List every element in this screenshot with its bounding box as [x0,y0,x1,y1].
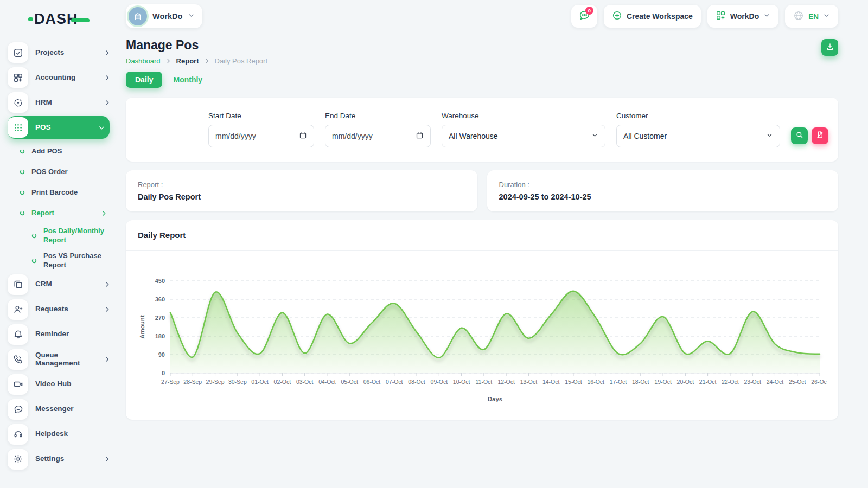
start-date-placeholder: mm/dd/yyyy [215,132,256,140]
svg-text:26-Oct: 26-Oct [811,378,827,385]
svg-text:06-Oct: 06-Oct [363,378,381,385]
breadcrumb: Dashboard Report Daily Pos Report [126,57,267,65]
chevron-down-icon [188,11,195,21]
duration-label: Duration : [499,181,827,189]
sidebar-item-queue-management[interactable]: Queue Management [8,348,115,371]
svg-text:20-Oct: 20-Oct [677,378,694,385]
calendar-icon [416,131,424,141]
workspace-name: WorkDo [152,12,182,21]
chevron-right-icon [100,210,107,217]
svg-text:23-Oct: 23-Oct [744,378,761,385]
tab-monthly[interactable]: Monthly [173,75,202,84]
apply-filter-button[interactable] [791,127,808,144]
start-date-input[interactable]: mm/dd/yyyy [208,125,314,147]
workspace-pill[interactable]: WorkDo [126,4,202,28]
svg-text:11-Oct: 11-Oct [475,378,492,385]
workspace-switcher-label: WorkDo [730,12,759,21]
sidebar-item-crm[interactable]: CRM [8,273,115,296]
topbar: WorkDo 0 Create Workspace WorkDo EN [126,4,838,28]
create-workspace-button[interactable]: Create Workspace [604,5,701,28]
customer-select[interactable]: All Customer [616,125,780,147]
video-camera-icon [8,374,28,395]
reset-filter-button[interactable] [812,127,828,144]
create-workspace-label: Create Workspace [627,12,693,21]
messages-badge: 0 [585,7,593,15]
search-icon [795,131,803,140]
globe-icon [793,10,804,23]
logo-dash-accent [71,18,90,22]
sidebar-item-pos-daily-monthly-report[interactable]: Pos Daily/Monthly Report [20,223,115,248]
svg-text:Amount: Amount [139,315,145,339]
workspace-switcher[interactable]: WorkDo [707,5,778,28]
language-label: EN [808,12,819,21]
svg-text:19-Oct: 19-Oct [654,378,672,385]
chevron-right-icon [104,281,111,288]
headset-icon [8,424,28,445]
page-title: Manage Pos [126,38,267,53]
plus-circle-icon [612,10,622,22]
sidebar-item-messenger[interactable]: Messenger [8,398,115,421]
svg-text:22-Oct: 22-Oct [722,378,739,385]
sidebar-item-add-pos[interactable]: Add POS [20,141,115,162]
svg-text:29-Sep: 29-Sep [206,378,225,385]
download-icon [826,42,834,53]
gear-icon [8,449,28,470]
sidebar-item-pos-order[interactable]: POS Order [20,162,115,182]
svg-text:16-Oct: 16-Oct [587,378,604,385]
svg-text:09-Oct: 09-Oct [431,378,448,385]
customer-selected-value: All Customer [623,132,667,140]
app-logo[interactable]: DASH [8,7,115,31]
chevron-right-icon [104,99,111,106]
export-download-button[interactable] [821,39,838,56]
sidebar-item-pos-vs-purchase-report[interactable]: Pos VS Purchase Report [20,248,115,273]
sidebar-item-hrm[interactable]: HRM [8,91,115,114]
svg-text:30-Sep: 30-Sep [228,378,247,385]
sidebar-item-settings[interactable]: Settings [8,448,115,471]
breadcrumb-dashboard[interactable]: Dashboard [126,57,161,65]
bell-icon [8,324,28,345]
sidebar: DASH Projects Accounting HRM POS Add POS… [0,0,115,488]
daily-report-card: Daily Report 09018027036045027-Sep28-Sep… [126,220,838,420]
svg-text:10-Oct: 10-Oct [453,378,470,385]
duration-summary-card: Duration : 2024-09-25 to 2024-10-25 [487,170,839,211]
sidebar-item-helpdesk[interactable]: Helpdesk [8,423,115,446]
svg-text:07-Oct: 07-Oct [386,378,403,385]
sidebar-item-report[interactable]: Report [20,203,115,223]
breadcrumb-report[interactable]: Report [176,57,199,65]
svg-text:17-Oct: 17-Oct [610,378,627,385]
sidebar-item-requests[interactable]: Requests [8,298,115,321]
svg-text:21-Oct: 21-Oct [699,378,717,385]
warehouse-label: Warehouse [442,112,605,120]
chevron-down-icon [823,12,830,21]
end-date-input[interactable]: mm/dd/yyyy [325,125,431,147]
page-header: Manage Pos Dashboard Report Daily Pos Re… [126,37,838,65]
language-selector[interactable]: EN [785,5,838,28]
sidebar-submenu-pos: Add POS POS Order Print Barcode Report P… [8,141,115,273]
end-date-field: End Date mm/dd/yyyy [325,112,431,147]
check-square-icon [8,42,28,63]
svg-text:90: 90 [158,351,165,358]
svg-text:08-Oct: 08-Oct [408,378,425,385]
sidebar-item-reminder[interactable]: Reminder [8,323,115,346]
end-date-placeholder: mm/dd/yyyy [332,132,373,140]
sidebar-item-print-barcode[interactable]: Print Barcode [20,182,115,203]
chat-smile-icon [8,399,28,420]
tab-daily[interactable]: Daily [126,72,162,88]
breadcrumb-current: Daily Pos Report [215,57,268,65]
apps-grid-icon [716,10,726,22]
start-date-label: Start Date [208,112,314,120]
ledger-grid-icon [8,67,28,88]
svg-text:24-Oct: 24-Oct [767,378,784,385]
sidebar-item-projects[interactable]: Projects [8,41,115,64]
svg-text:25-Oct: 25-Oct [789,378,806,385]
svg-text:04-Oct: 04-Oct [318,378,336,385]
warehouse-select[interactable]: All Warehouse [442,125,605,147]
sidebar-item-video-hub[interactable]: Video Hub [8,373,115,396]
sidebar-item-accounting[interactable]: Accounting [8,66,115,89]
customer-label: Customer [616,112,780,120]
messages-button[interactable]: 0 [571,5,597,28]
sidebar-item-pos[interactable]: POS [8,116,110,139]
phone-icon [8,349,28,370]
bullet-circle-icon [20,210,25,216]
logo-dot-accent [28,17,33,21]
